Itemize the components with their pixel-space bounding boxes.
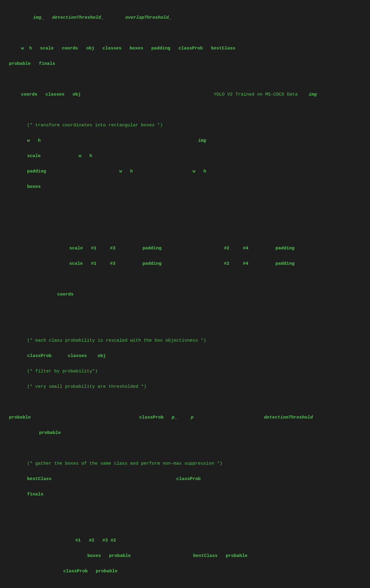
code-text: (* transform coordinates into rectangula… bbox=[9, 123, 163, 128]
line-blank-8 bbox=[9, 306, 361, 314]
line-1: img_ detectionThreshold_ overlapThreshol… bbox=[9, 14, 361, 22]
line-9: boxes bbox=[9, 183, 361, 191]
code-text: coords classes obj YOLO V2 Trained on MS… bbox=[9, 92, 317, 97]
code-text: w h img bbox=[9, 138, 206, 143]
line-blank-5 bbox=[9, 214, 361, 222]
code-text: probable classProb p_ p detectionThresho… bbox=[9, 415, 313, 420]
line-18: probable bbox=[9, 429, 361, 437]
line-6: w h img bbox=[9, 137, 361, 145]
code-text: bestClass classProb bbox=[9, 476, 201, 482]
code-text: boxes bbox=[9, 184, 41, 189]
code-text: scale w h bbox=[9, 153, 92, 159]
line-19: (* gather the boxes of the same class an… bbox=[9, 460, 361, 468]
line-blank-2 bbox=[9, 75, 361, 83]
code-text: classProb probable bbox=[9, 569, 118, 574]
code-text: (* gather the boxes of the same class an… bbox=[9, 461, 222, 466]
line-blank-11 bbox=[9, 444, 361, 452]
code-text: probable finals bbox=[9, 61, 55, 66]
line-blank-1 bbox=[9, 29, 361, 37]
line-24: classProb probable bbox=[9, 567, 361, 575]
line-20: bestClass classProb bbox=[9, 475, 361, 483]
line-blank-10 bbox=[9, 398, 361, 406]
line-blank-4 bbox=[9, 198, 361, 206]
code-text: classProb classes obj bbox=[9, 353, 106, 359]
code-text: img_ detectionThreshold_ overlapThreshol… bbox=[9, 15, 171, 20]
code-text: (* each class probability is rescaled wi… bbox=[9, 338, 206, 343]
line-blank-7 bbox=[9, 275, 361, 283]
line-17: probable classProb p_ p detectionThresho… bbox=[9, 414, 361, 422]
line-13: (* each class probability is rescaled wi… bbox=[9, 337, 361, 345]
code-text: (* filter by probability*) bbox=[9, 369, 98, 374]
line-10: scale #1 #3 padding #2 #4 padding bbox=[9, 245, 361, 252]
line-8: padding w h w h bbox=[9, 168, 361, 175]
line-3: probable finals bbox=[9, 60, 361, 68]
line-blank-12 bbox=[9, 506, 361, 514]
line-blank-6 bbox=[9, 229, 361, 237]
code-text: scale #1 #3 padding #2 #4 padding bbox=[9, 246, 294, 251]
code-text: scale #1 #3 padding #2 #4 padding bbox=[9, 261, 294, 266]
line-11: scale #1 #3 padding #2 #4 padding bbox=[9, 260, 361, 268]
line-22: #1 #2 #3 #2 bbox=[9, 537, 361, 545]
code-text: boxes probable bestClass probable bbox=[9, 553, 247, 558]
line-2: w h scale coords obj classes boxes paddi… bbox=[9, 45, 361, 52]
line-14: classProb classes obj bbox=[9, 352, 361, 360]
line-blank-13 bbox=[9, 521, 361, 529]
line-12: coords bbox=[9, 291, 361, 299]
line-blank-3 bbox=[9, 106, 361, 114]
code-text: probable bbox=[9, 430, 61, 435]
line-21: finals bbox=[9, 491, 361, 498]
code-container: img_ detectionThreshold_ overlapThreshol… bbox=[9, 6, 361, 588]
code-text: w h scale coords obj classes boxes paddi… bbox=[9, 46, 235, 51]
line-blank-14 bbox=[9, 583, 361, 588]
code-text: coords bbox=[9, 292, 74, 297]
code-text: (* very small probability are thresholde… bbox=[9, 384, 146, 389]
line-blank-9 bbox=[9, 321, 361, 329]
line-7: scale w h bbox=[9, 152, 361, 160]
line-15: (* filter by probability*) bbox=[9, 368, 361, 375]
line-4: coords classes obj YOLO V2 Trained on MS… bbox=[9, 91, 361, 99]
line-23: boxes probable bestClass probable bbox=[9, 552, 361, 560]
line-16: (* very small probability are thresholde… bbox=[9, 383, 361, 391]
code-text: #1 #2 #3 #2 bbox=[9, 538, 116, 543]
code-text: finals bbox=[9, 492, 43, 497]
line-5: (* transform coordinates into rectangula… bbox=[9, 122, 361, 129]
code-text: padding w h w h bbox=[9, 169, 206, 174]
